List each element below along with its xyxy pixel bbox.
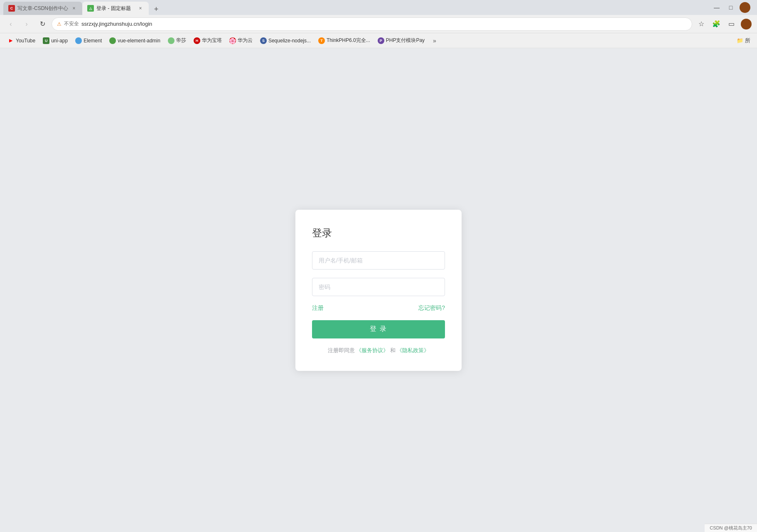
security-text: 不安全 xyxy=(64,20,79,27)
bookmark-php-pay-label: PHP支付模块Pay xyxy=(386,37,425,44)
bookmark-disha[interactable]: 帝莎 xyxy=(165,35,189,46)
security-icon: ⚠ xyxy=(57,21,61,27)
login-card: 登录 注册 忘记密码? 登 录 注册即同意 《服务协议》 和 《隐私政策》 xyxy=(295,210,462,371)
privacy-policy-link[interactable]: 《隐私政策》 xyxy=(397,347,429,353)
bookmark-huawei-bao-label: 华为宝塔 xyxy=(202,37,222,44)
sequelize-favicon: S xyxy=(260,37,267,44)
window-buttons: — □ xyxy=(711,2,754,13)
uniapp-favicon: U xyxy=(43,37,49,44)
bookmark-thinkphp-label: ThinkPHP6.0完全... xyxy=(327,37,370,44)
password-input[interactable] xyxy=(312,278,445,296)
youtube-favicon: ▶ xyxy=(7,37,14,44)
toolbar-icons: ☆ 🧩 ▭ xyxy=(695,17,753,31)
forgot-password-link[interactable]: 忘记密码? xyxy=(418,304,445,312)
address-bar[interactable]: ⚠ 不安全 ssrzxjy.jingzhunshuju.cn/login xyxy=(52,17,692,31)
profile-button[interactable] xyxy=(740,2,750,13)
tab-login[interactable]: △ 登录 - 固定标题 × xyxy=(82,2,149,15)
bookmark-huawei-yun[interactable]: 🌸 华为云 xyxy=(226,35,256,46)
back-button[interactable]: ‹ xyxy=(4,17,17,31)
sidebar-button[interactable]: ▭ xyxy=(725,17,738,31)
page-content: 登录 注册 忘记密码? 登 录 注册即同意 《服务协议》 和 《隐私政策》 xyxy=(0,48,757,532)
bookmark-element[interactable]: Element xyxy=(72,36,105,46)
profile-icon-button[interactable] xyxy=(740,17,753,31)
bookmark-sequelize-label: Sequelize-nodejs... xyxy=(268,38,311,44)
title-bar: C 写文章-CSDN创作中心 × △ 登录 - 固定标题 × + — □ xyxy=(0,0,757,15)
reload-button[interactable]: ↻ xyxy=(36,17,49,31)
footer-and: 和 xyxy=(390,347,396,353)
tab-favicon-login: △ xyxy=(87,5,94,12)
username-group xyxy=(312,251,445,270)
bookmark-uniapp[interactable]: U uni-app xyxy=(39,36,71,46)
extension-button[interactable]: 🧩 xyxy=(710,17,723,31)
login-links: 注册 忘记密码? xyxy=(312,304,445,312)
forward-button[interactable]: › xyxy=(20,17,33,31)
vue-element-favicon xyxy=(109,37,116,44)
bookmark-php-pay[interactable]: P PHP支付模块Pay xyxy=(374,35,428,46)
toolbar-avatar xyxy=(741,19,752,29)
footer-text: 注册即同意 xyxy=(328,347,355,353)
login-button[interactable]: 登 录 xyxy=(312,320,445,338)
tab-favicon-csdn: C xyxy=(8,5,15,12)
huawei-bao-favicon: H xyxy=(194,37,200,44)
bookmark-disha-label: 帝莎 xyxy=(176,37,186,44)
bookmarks-folder-button[interactable]: 📁 所 xyxy=(734,35,753,46)
browser-chrome: C 写文章-CSDN创作中心 × △ 登录 - 固定标题 × + — □ ‹ ›… xyxy=(0,0,757,48)
status-bar: CSDN @桃花岛主70 xyxy=(705,524,757,532)
tab-bar: C 写文章-CSDN创作中心 × △ 登录 - 固定标题 × + xyxy=(3,0,710,15)
star-button[interactable]: ☆ xyxy=(695,17,708,31)
bookmark-youtube[interactable]: ▶ YouTube xyxy=(4,36,39,46)
tab-title-csdn: 写文章-CSDN创作中心 xyxy=(17,5,68,12)
disha-favicon xyxy=(168,37,175,44)
bookmark-uniapp-label: uni-app xyxy=(51,38,68,44)
bookmark-huawei-bao[interactable]: H 华为宝塔 xyxy=(190,35,225,46)
bookmark-youtube-label: YouTube xyxy=(16,38,35,44)
bookmark-vue-element[interactable]: vue-element-admin xyxy=(106,36,164,46)
bookmark-thinkphp[interactable]: T ThinkPHP6.0完全... xyxy=(315,35,374,46)
bookmark-element-label: Element xyxy=(84,38,102,44)
user-avatar xyxy=(740,2,750,13)
minimize-button[interactable]: — xyxy=(711,2,722,13)
toolbar: ‹ › ↻ ⚠ 不安全 ssrzxjy.jingzhunshuju.cn/log… xyxy=(0,15,757,33)
element-favicon xyxy=(75,37,82,44)
maximize-button[interactable]: □ xyxy=(725,2,736,13)
username-input[interactable] xyxy=(312,251,445,270)
tab-title-login: 登录 - 固定标题 xyxy=(96,5,135,12)
bookmark-sequelize[interactable]: S Sequelize-nodejs... xyxy=(257,36,314,46)
tab-close-csdn[interactable]: × xyxy=(71,5,77,12)
bookmarks-bar: ▶ YouTube U uni-app Element vue-element-… xyxy=(0,33,757,48)
address-text: ssrzxjy.jingzhunshuju.cn/login xyxy=(81,21,687,27)
huawei-yun-favicon: 🌸 xyxy=(229,37,236,44)
login-footer: 注册即同意 《服务协议》 和 《隐私政策》 xyxy=(312,347,445,354)
tab-close-login[interactable]: × xyxy=(137,5,144,12)
tab-csdn[interactable]: C 写文章-CSDN创作中心 × xyxy=(3,2,82,15)
service-agreement-link[interactable]: 《服务协议》 xyxy=(356,347,388,353)
login-title: 登录 xyxy=(312,226,445,240)
password-group xyxy=(312,278,445,296)
register-link[interactable]: 注册 xyxy=(312,304,324,312)
bookmark-vue-element-label: vue-element-admin xyxy=(118,38,160,44)
new-tab-button[interactable]: + xyxy=(150,3,162,15)
bookmarks-more-button[interactable]: » xyxy=(430,36,439,46)
bookmark-huawei-yun-label: 华为云 xyxy=(238,37,253,44)
php-pay-favicon: P xyxy=(378,37,384,44)
thinkphp-favicon: T xyxy=(318,37,325,44)
status-text: CSDN @桃花岛主70 xyxy=(710,525,752,530)
